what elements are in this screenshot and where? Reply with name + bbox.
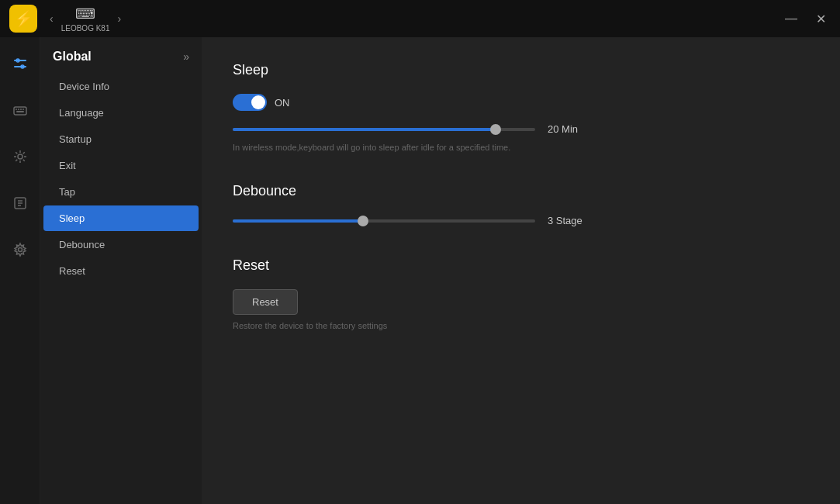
reset-button[interactable]: Reset xyxy=(233,289,298,315)
sleep-slider-value: 20 Min xyxy=(548,123,594,135)
sidebar-item-sleep[interactable]: Sleep xyxy=(43,205,199,231)
debounce-section: Debounce 3 Stage xyxy=(233,183,809,226)
minimize-button[interactable]: — xyxy=(780,9,802,29)
sidebar-item-language[interactable]: Language xyxy=(43,100,199,126)
sleep-toggle[interactable] xyxy=(233,94,267,111)
device-nav: ‹ ⌨ LEOBOG K81 › xyxy=(47,5,124,33)
sleep-section-title: Sleep xyxy=(233,62,809,78)
content-area: Sleep ON 20 Min In wireless mode,keyboar… xyxy=(202,37,840,504)
svg-point-23 xyxy=(18,248,22,252)
nav-panel: Global » Device Info Language Startup Ex… xyxy=(40,37,202,504)
svg-line-18 xyxy=(16,160,17,161)
titlebar-left: ⚡ ‹ ⌨ LEOBOG K81 › xyxy=(9,5,124,33)
svg-line-17 xyxy=(22,152,24,154)
reset-section: Reset Reset Restore the device to the fa… xyxy=(233,257,809,330)
sleep-section: Sleep ON 20 Min In wireless mode,keyboar… xyxy=(233,62,809,152)
reset-section-title: Reset xyxy=(233,257,809,274)
main-layout: Global » Device Info Language Startup Ex… xyxy=(0,37,840,504)
svg-line-16 xyxy=(22,160,24,161)
sleep-toggle-label: ON xyxy=(275,97,290,109)
device-name-label: LEOBOG K81 xyxy=(61,24,110,33)
sidebar-icon-settings[interactable] xyxy=(6,236,34,264)
nav-header: Global » xyxy=(40,47,202,73)
debounce-slider-track[interactable] xyxy=(233,219,535,223)
close-button[interactable]: ✕ xyxy=(811,9,831,29)
nav-prev-button[interactable]: ‹ xyxy=(47,11,57,26)
sidebar-icons xyxy=(0,37,40,504)
svg-line-15 xyxy=(16,152,17,154)
sidebar-icon-lighting[interactable] xyxy=(6,143,34,171)
keyboard-device-icon: ⌨ xyxy=(75,5,95,22)
nav-expand-button[interactable]: » xyxy=(183,50,189,63)
sleep-slider-hint: In wireless mode,keyboard will go into s… xyxy=(233,143,809,152)
debounce-slider-row: 3 Stage xyxy=(233,215,809,226)
sidebar-item-device-info[interactable]: Device Info xyxy=(43,74,199,99)
window-controls: — ✕ xyxy=(780,9,831,29)
sidebar-item-tap[interactable]: Tap xyxy=(43,179,199,205)
nav-title: Global xyxy=(53,50,92,64)
sidebar-item-exit[interactable]: Exit xyxy=(43,153,199,178)
device-icon-box: ⌨ LEOBOG K81 xyxy=(61,5,110,33)
sleep-slider-fill xyxy=(233,128,496,131)
sleep-slider-row: 20 Min xyxy=(233,123,809,135)
debounce-section-title: Debounce xyxy=(233,183,809,199)
titlebar: ⚡ ‹ ⌨ LEOBOG K81 › — ✕ xyxy=(0,0,840,37)
reset-hint: Restore the device to the factory settin… xyxy=(233,321,809,330)
sidebar-icon-keyboard[interactable] xyxy=(6,96,34,124)
sidebar-item-debounce[interactable]: Debounce xyxy=(43,232,199,257)
sidebar-item-reset[interactable]: Reset xyxy=(43,258,199,284)
nav-next-button[interactable]: › xyxy=(114,11,124,26)
sidebar-icon-macro[interactable] xyxy=(6,189,34,217)
sleep-slider-thumb[interactable] xyxy=(490,124,501,135)
app-logo: ⚡ xyxy=(9,5,37,33)
sleep-slider-track[interactable] xyxy=(233,128,535,131)
debounce-slider-value: 3 Stage xyxy=(548,215,594,226)
debounce-slider-fill xyxy=(233,219,363,223)
sidebar-icon-sliders[interactable] xyxy=(6,50,34,78)
sleep-toggle-row: ON xyxy=(233,94,809,111)
sidebar-item-startup[interactable]: Startup xyxy=(43,126,199,152)
debounce-slider-thumb[interactable] xyxy=(358,216,368,226)
svg-point-10 xyxy=(18,154,22,159)
